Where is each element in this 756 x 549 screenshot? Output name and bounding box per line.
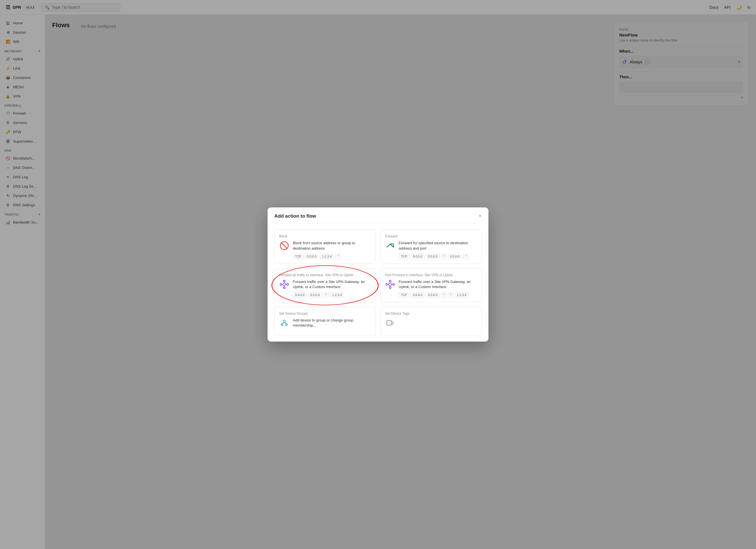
port-forward-card-type: Port Forward to Interface, Site VPN or U… [385, 273, 477, 277]
forward-card-content: Forward for specified source to destinat… [399, 241, 477, 259]
tag: * [448, 292, 454, 297]
svg-point-15 [389, 280, 391, 282]
svg-point-7 [283, 287, 285, 288]
groups-icon [279, 318, 289, 328]
forward-all-action-card[interactable]: Forward all traffic to Interface, Site V… [274, 268, 376, 302]
modal-close-button[interactable]: × [479, 213, 482, 219]
tag: 0.0.0.0 [411, 254, 425, 259]
tag: * [441, 254, 447, 259]
svg-line-27 [284, 322, 287, 324]
forward-all-card-description: Forward traffic over a Site VPN Gateway,… [293, 279, 371, 289]
tag: 0.0.0.0 [448, 254, 462, 259]
set-device-groups-body: Add device to group or change group memb… [279, 318, 371, 331]
network-port-icon [385, 279, 395, 289]
tag: 0.0.0.0 [305, 254, 319, 259]
svg-point-16 [393, 283, 394, 285]
tag: 0.0.0.0 [308, 292, 322, 297]
block-card-type: Block [279, 234, 371, 238]
svg-rect-28 [387, 320, 391, 325]
port-forward-card-tags: TCP 0.0.0.0 0.0.0.0 * * 1.2.3.4 [399, 292, 477, 297]
svg-point-17 [389, 287, 391, 288]
forward-all-card-tags: 0.0.0.0 0.0.0.0 * 1.2.3.4 [293, 292, 371, 297]
forward-icon [385, 241, 395, 251]
modal-overlay[interactable]: Add action to flow × Block [0, 0, 756, 549]
tag: 1.2.3.4 [330, 292, 344, 297]
tag: 1.2.3.4 [320, 254, 334, 259]
tag: TCP [399, 254, 409, 259]
modal-header: Add action to flow × [268, 208, 488, 224]
block-card-description: Block from source address or group to de… [293, 241, 371, 251]
svg-point-8 [280, 283, 282, 285]
svg-point-6 [287, 283, 289, 285]
forward-all-card-content: Forward traffic over a Site VPN Gateway,… [293, 279, 371, 297]
block-action-card[interactable]: Block Block from source address or group… [274, 230, 376, 264]
block-icon [279, 241, 289, 251]
block-card-body: Block from source address or group to de… [279, 241, 371, 259]
svg-point-4 [283, 283, 286, 286]
port-forward-card-body: Forward traffic over a Site VPN Gateway,… [385, 279, 477, 297]
modal-body: Block Block from source address or group… [268, 224, 488, 341]
svg-point-23 [283, 320, 285, 322]
svg-point-14 [389, 283, 392, 286]
svg-point-25 [286, 324, 287, 325]
set-device-groups-description: Add device to group or change group memb… [293, 318, 371, 328]
tag: * [441, 292, 447, 297]
forward-card-description: Forward for specified source to destinat… [399, 241, 477, 251]
svg-line-30 [392, 323, 394, 324]
set-device-tags-body [385, 318, 477, 328]
svg-line-1 [281, 243, 287, 249]
tags-icon [385, 318, 395, 328]
tag: TCP [293, 254, 304, 259]
port-forward-action-card[interactable]: Port Forward to Interface, Site VPN or U… [380, 268, 482, 302]
svg-point-5 [283, 280, 285, 282]
tag: 0.0.0.0 [411, 292, 425, 297]
tag: TCP [399, 292, 409, 297]
block-card-content: Block from source address or group to de… [293, 241, 371, 259]
tag: * [463, 254, 469, 259]
svg-point-24 [281, 324, 283, 325]
port-forward-card-content: Forward traffic over a Site VPN Gateway,… [399, 279, 477, 297]
action-card-grid: Block Block from source address or group… [274, 230, 482, 335]
svg-line-26 [282, 322, 284, 324]
forward-all-card-body: Forward traffic over a Site VPN Gateway,… [279, 279, 371, 297]
set-device-groups-content: Add device to group or change group memb… [293, 318, 371, 331]
set-device-tags-type: Set Device Tags [385, 311, 477, 315]
forward-card-tags: TCP 0.0.0.0 0.0.0.0 * 0.0.0.0 * [399, 254, 477, 259]
tag: 0.0.0.0 [426, 254, 440, 259]
forward-all-card-type: Forward all traffic to Interface, Site V… [279, 273, 371, 277]
tag: 0.0.0.0 [426, 292, 440, 297]
forward-card-body: Forward for specified source to destinat… [385, 241, 477, 259]
set-device-groups-card[interactable]: Set Device Groups Add [274, 307, 376, 335]
port-forward-card-description: Forward traffic over a Site VPN Gateway,… [399, 279, 477, 289]
set-device-groups-type: Set Device Groups [279, 311, 371, 315]
tag: 0.0.0.0 [293, 292, 307, 297]
forward-action-card[interactable]: Forward Forward for specified source to … [380, 230, 482, 264]
set-device-tags-card[interactable]: Set Device Tags [380, 307, 482, 335]
block-card-tags: TCP 0.0.0.0 1.2.3.4 * [293, 254, 371, 259]
add-action-modal: Add action to flow × Block [268, 208, 488, 341]
svg-point-18 [386, 283, 388, 285]
tag: * [335, 254, 341, 259]
tag: * [323, 292, 329, 297]
set-device-tags-content [399, 318, 477, 320]
tag: 1.2.3.4 [455, 292, 469, 297]
svg-line-29 [392, 321, 394, 323]
forward-card-type: Forward [385, 234, 477, 238]
network-icon [279, 279, 289, 289]
modal-title: Add action to flow [274, 214, 316, 219]
